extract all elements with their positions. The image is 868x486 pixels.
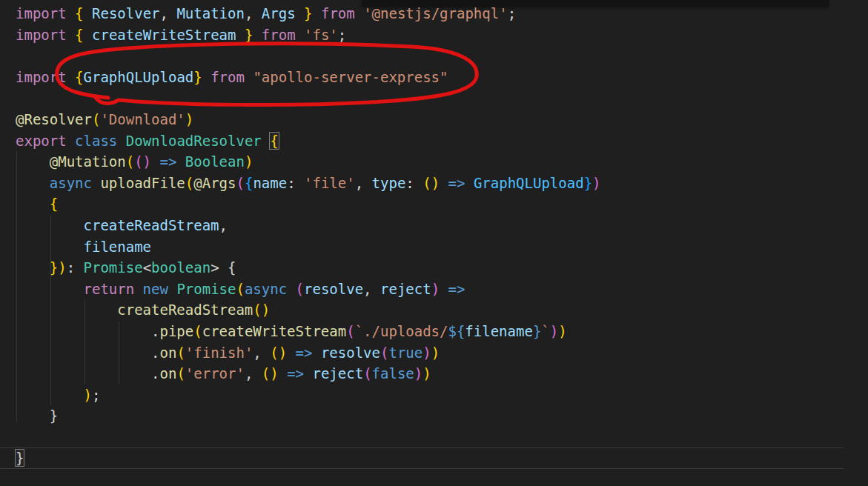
code-line-12[interactable]: filename bbox=[0, 236, 868, 258]
code-area[interactable]: import { Resolver, Mutation, Args } from… bbox=[0, 3, 868, 469]
code-line-5[interactable] bbox=[0, 87, 868, 109]
code-line-7[interactable]: export class DownloadResolver { bbox=[0, 130, 868, 152]
code-line-15[interactable]: createReadStream() bbox=[0, 299, 868, 321]
code-line-3[interactable] bbox=[0, 45, 868, 67]
code-editor[interactable]: import { Resolver, Mutation, Args } from… bbox=[0, 0, 868, 486]
bracket-match-highlight: { bbox=[270, 133, 278, 149]
bracket-match-highlight: } bbox=[16, 450, 24, 466]
code-line-9[interactable]: async uploadFile(@Args({name: 'file', ty… bbox=[0, 173, 868, 194]
code-line-22[interactable]: } bbox=[0, 447, 844, 469]
code-line-21[interactable] bbox=[0, 427, 868, 448]
code-line-2[interactable]: import { createWriteStream } from 'fs'; bbox=[0, 24, 868, 46]
code-line-17[interactable]: .on('finish', () => resolve(true)) bbox=[0, 342, 868, 364]
code-line-1[interactable]: import { Resolver, Mutation, Args } from… bbox=[0, 3, 868, 24]
code-line-4[interactable]: import {GraphQLUpload} from "apollo-serv… bbox=[0, 67, 868, 88]
code-line-6[interactable]: @Resolver('Download') bbox=[0, 109, 868, 130]
code-line-8[interactable]: @Mutation(() => Boolean) bbox=[0, 151, 868, 173]
code-line-19[interactable]: ); bbox=[0, 385, 868, 406]
code-line-20[interactable]: } bbox=[0, 405, 868, 427]
code-line-11[interactable]: createReadStream, bbox=[0, 215, 868, 236]
code-line-10[interactable]: { bbox=[0, 193, 868, 215]
code-line-16[interactable]: .pipe(createWriteStream(`./uploads/${fil… bbox=[0, 321, 868, 342]
code-line-13[interactable]: }): Promise<boolean> { bbox=[0, 257, 868, 279]
code-line-18[interactable]: .on('error', () => reject(false)) bbox=[0, 363, 868, 385]
code-line-14[interactable]: return new Promise(async (resolve, rejec… bbox=[0, 279, 868, 300]
